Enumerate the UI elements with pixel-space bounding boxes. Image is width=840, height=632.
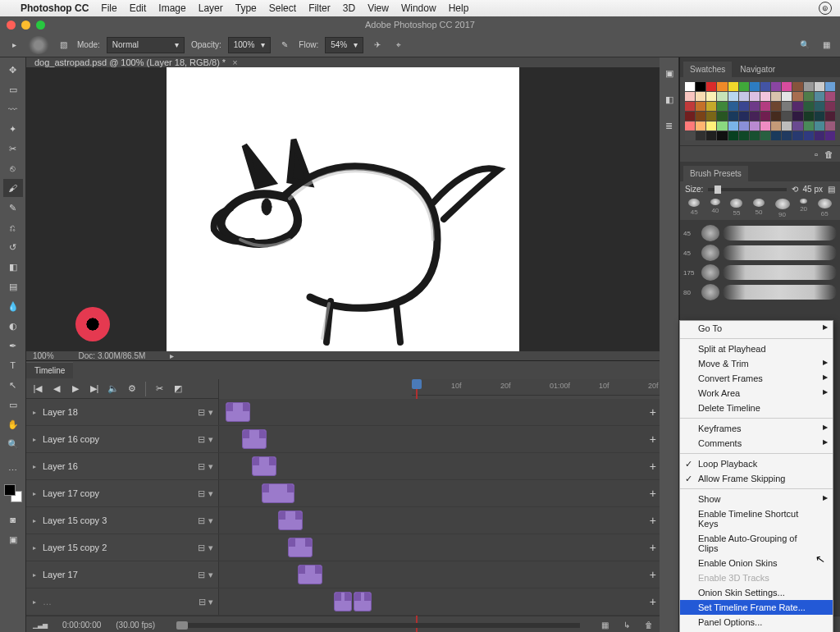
swatch[interactable] <box>804 92 814 101</box>
track-lane[interactable]: + <box>219 507 660 534</box>
brush-list-item[interactable]: 45 <box>680 243 840 263</box>
zoom-level[interactable]: 100% <box>33 351 54 360</box>
swatches-tab[interactable]: Swatches <box>683 62 732 77</box>
swatch[interactable] <box>792 102 802 111</box>
layers-panel-icon[interactable]: ≣ <box>660 117 679 135</box>
airbrush-icon[interactable]: ✈ <box>370 38 385 53</box>
canvas[interactable] <box>167 67 519 351</box>
swatch[interactable] <box>706 112 716 121</box>
brush-presets-tab[interactable]: Brush Presets <box>683 166 748 181</box>
brush-preset-thumb[interactable]: 50 <box>753 199 765 218</box>
type-tool[interactable]: T <box>3 356 23 374</box>
swatch[interactable] <box>825 131 835 140</box>
home-icon[interactable]: ▸ <box>7 38 21 53</box>
brush-preset-thumb[interactable]: 55 <box>730 199 742 218</box>
swatch[interactable] <box>771 92 781 101</box>
timeline-clip[interactable] <box>298 565 322 584</box>
menu-item-enable-onion-skins[interactable]: Enable Onion Skins <box>680 556 833 570</box>
swatch[interactable] <box>771 121 781 131</box>
crop-tool[interactable]: ✂ <box>3 140 23 158</box>
track-options-icon[interactable]: ⊟ <box>198 515 205 526</box>
go-to-first-frame-button[interactable]: |◀ <box>30 382 46 396</box>
document-area[interactable] <box>26 67 660 351</box>
swatch[interactable] <box>696 92 705 101</box>
dodge-tool[interactable]: ◐ <box>3 317 23 335</box>
close-window-button[interactable] <box>7 21 16 30</box>
track-lane[interactable]: + <box>219 534 660 561</box>
split-clip-button[interactable]: ✂ <box>151 382 167 396</box>
playhead[interactable] <box>412 379 422 389</box>
brush-preset-thumb[interactable]: 20 <box>800 199 807 218</box>
add-media-button[interactable]: + <box>650 433 656 446</box>
timeline-clip[interactable] <box>334 592 352 611</box>
brush-panel-toggle-icon[interactable]: ▧ <box>56 38 71 53</box>
swatch[interactable] <box>825 112 835 121</box>
workspace-icon[interactable]: ▦ <box>819 38 833 53</box>
swatch[interactable] <box>717 102 727 111</box>
history-panel-icon[interactable]: ▣ <box>660 64 679 82</box>
swatch[interactable] <box>696 121 705 131</box>
transition-button[interactable]: ◩ <box>170 382 186 396</box>
gradient-tool[interactable]: ▤ <box>3 277 23 295</box>
swatch[interactable] <box>782 112 792 121</box>
delete-swatch-icon[interactable]: 🗑 <box>824 149 833 159</box>
search-icon[interactable]: 🔍 <box>797 38 812 53</box>
color-wells[interactable] <box>4 484 22 502</box>
track-options-icon[interactable]: ⊟ <box>198 543 205 553</box>
brush-size-value[interactable]: 45 px <box>803 185 823 194</box>
swatch[interactable] <box>685 92 695 101</box>
swatch[interactable] <box>739 131 749 140</box>
menu-layer[interactable]: Layer <box>199 2 223 14</box>
quick-select-tool[interactable]: ✦ <box>3 120 23 138</box>
track-header[interactable]: ▸ Layer 17 ⊟ ▾ <box>26 561 219 588</box>
swatch[interactable] <box>792 131 802 140</box>
track-options-icon[interactable]: ⊟ <box>198 461 205 472</box>
menu-image[interactable]: Image <box>158 2 185 14</box>
swatch[interactable] <box>804 121 814 131</box>
swatch[interactable] <box>717 131 727 140</box>
move-tool[interactable]: ✥ <box>3 61 23 79</box>
preset-menu-icon[interactable]: ▤ <box>828 185 835 194</box>
menu-item-allow-frame-skipping[interactable]: Allow Frame Skipping <box>680 471 833 486</box>
menu-item-onion-skin-settings[interactable]: Onion Skin Settings... <box>680 585 833 600</box>
screenmode-icon[interactable]: ▣ <box>3 530 23 548</box>
swatch[interactable] <box>750 102 760 111</box>
audio-mute-button[interactable]: 🔈 <box>105 382 121 396</box>
swatch[interactable] <box>760 102 770 111</box>
brush-size-slider[interactable] <box>708 188 786 191</box>
swatch[interactable] <box>815 112 824 121</box>
lasso-tool[interactable]: 〰 <box>3 100 23 118</box>
swatch[interactable] <box>760 82 770 91</box>
track-lane[interactable]: + <box>219 561 660 588</box>
blend-mode-select[interactable]: Normal▾ <box>107 37 185 53</box>
swatch[interactable] <box>728 102 738 111</box>
swatch[interactable] <box>825 82 835 91</box>
menu-file[interactable]: File <box>101 2 116 14</box>
swatch[interactable] <box>728 82 738 91</box>
pressure-size-icon[interactable]: ⌖ <box>391 38 406 53</box>
swatch[interactable] <box>771 131 781 140</box>
track-lane[interactable]: + <box>219 453 660 479</box>
creative-cloud-icon[interactable]: ⊚ <box>819 2 832 15</box>
play-button[interactable]: ▶ <box>67 382 84 396</box>
swatch[interactable] <box>685 102 695 111</box>
brush-list-item[interactable]: 80 <box>680 282 840 302</box>
add-media-button[interactable]: + <box>650 514 656 527</box>
swatch[interactable] <box>750 92 760 101</box>
menu-item-convert-frames[interactable]: Convert Frames <box>680 371 833 386</box>
zoom-slider[interactable] <box>176 621 188 630</box>
track-lane[interactable]: + <box>219 480 660 506</box>
menu-help[interactable]: Help <box>449 2 469 14</box>
hand-tool[interactable]: ✋ <box>3 415 23 433</box>
timeline-options-button[interactable]: ⚙ <box>124 382 140 396</box>
swatch[interactable] <box>728 92 738 101</box>
menu-item-keyframes[interactable]: Keyframes <box>680 421 833 436</box>
menu-item-loop-playback[interactable]: Loop Playback <box>680 456 833 471</box>
menu-item-split-at-playhead[interactable]: Split at Playhead <box>680 341 833 356</box>
swatch[interactable] <box>760 131 770 140</box>
menu-3d[interactable]: 3D <box>343 2 355 14</box>
menu-item-comments[interactable]: Comments <box>680 436 833 451</box>
next-frame-button[interactable]: ▶| <box>86 382 103 396</box>
brush-preset-thumb[interactable]: 65 <box>818 199 832 218</box>
swatch[interactable] <box>804 102 814 111</box>
